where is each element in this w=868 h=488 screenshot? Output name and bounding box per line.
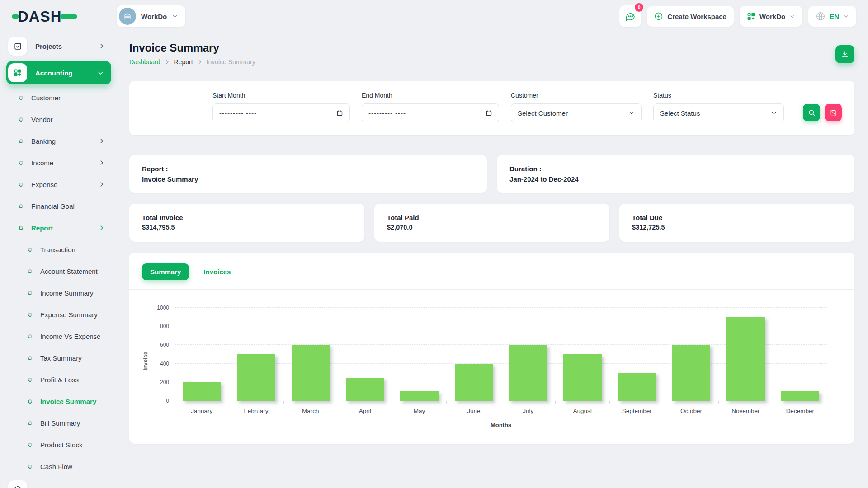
sidebar-item-hrm[interactable]: HRM — [6, 477, 111, 488]
bullet-icon — [28, 378, 32, 382]
download-button[interactable] — [835, 45, 854, 63]
start-month-input[interactable]: --------- ---- — [212, 103, 350, 122]
total-due-value: $312,725.5 — [632, 224, 842, 231]
plus-circle-icon — [654, 12, 663, 21]
bar-september[interactable] — [618, 373, 656, 401]
bar-july[interactable] — [509, 345, 547, 401]
tab-invoices[interactable]: Invoices — [195, 263, 239, 280]
create-workspace-button[interactable]: Create Workspace — [647, 6, 734, 27]
sidebar-item-profit-loss[interactable]: Profit & Loss — [6, 369, 111, 390]
sidebar-item-expense-summary[interactable]: Expense Summary — [6, 304, 111, 325]
bar-april[interactable] — [346, 378, 384, 401]
chevron-right-icon — [99, 43, 105, 49]
y-tick-label: 1000 — [147, 305, 169, 311]
x-axis-ticks — [175, 401, 827, 404]
sidebar-item-label: Banking — [31, 137, 56, 145]
bullet-icon — [19, 183, 23, 187]
bar-slot — [175, 308, 229, 401]
bar-february[interactable] — [237, 354, 275, 401]
bar-december[interactable] — [781, 391, 819, 401]
breadcrumb-separator-icon — [165, 59, 170, 65]
sidebar-item-financial-goal[interactable]: Financial Goal — [6, 195, 111, 217]
sidebar-item-label: Expense — [31, 181, 57, 188]
duration-info-label: Duration : — [509, 165, 842, 173]
bar-november[interactable] — [726, 317, 764, 401]
grid-plus-icon — [747, 12, 755, 21]
bar-may[interactable] — [400, 391, 438, 401]
sidebar-item-bill-summary[interactable]: Bill Summary — [6, 412, 111, 434]
sidebar-item-tax-summary[interactable]: Tax Summary — [6, 347, 111, 369]
x-tick — [719, 401, 773, 404]
sidebar-item-label: Financial Goal — [31, 202, 75, 210]
sidebar-item-vendor[interactable]: Vendor — [6, 108, 111, 130]
workspace-avatar — [119, 8, 136, 25]
messages-badge: 0 — [635, 3, 643, 12]
total-invoice-card: Total Invoice $314,795.5 — [129, 204, 364, 242]
sidebar-item-accounting[interactable]: Accounting — [6, 61, 111, 84]
summary-chart-card: Summary Invoices Invoice 020040060080010… — [129, 253, 854, 444]
sidebar-item-cash-flow[interactable]: Cash Flow — [6, 455, 111, 477]
clear-filter-icon — [830, 109, 837, 116]
chevron-down-icon — [628, 110, 635, 116]
x-tick-label: February — [229, 408, 283, 414]
x-tick — [610, 401, 664, 404]
sidebar-item-income[interactable]: Income — [6, 152, 111, 174]
sidebar-item-customer[interactable]: Customer — [6, 87, 111, 108]
bar-march[interactable] — [292, 345, 330, 401]
tab-summary[interactable]: Summary — [142, 263, 189, 280]
bar-june[interactable] — [455, 364, 493, 401]
bullet-icon — [28, 248, 32, 252]
sidebar-item-label: Tax Summary — [40, 354, 82, 362]
topbar: DASH WorkDo 0 Create Workspace — [0, 0, 868, 33]
sidebar-item-product-stock[interactable]: Product Stock — [6, 434, 111, 455]
status-select-value: Select Status — [660, 109, 700, 117]
sidebar-item-transaction[interactable]: Transaction — [6, 239, 111, 260]
duration-info-value: Jan-2024 to Dec-2024 — [509, 175, 842, 183]
sidebar-item-expense[interactable]: Expense — [6, 174, 111, 195]
sidebar-item-income-summary[interactable]: Income Summary — [6, 282, 111, 304]
sidebar-item-label: Invoice Summary — [40, 398, 96, 405]
sidebar-item-label: Report — [31, 224, 53, 232]
sidebar-item-report[interactable]: Report — [6, 217, 111, 239]
duration-info-card: Duration : Jan-2024 to Dec-2024 — [497, 155, 854, 193]
y-tick-label: 400 — [147, 361, 169, 367]
bar-slot — [773, 308, 827, 401]
bar-august[interactable] — [563, 354, 601, 401]
x-tick-label: June — [447, 408, 501, 414]
reset-filter-button[interactable] — [825, 104, 842, 121]
language-button[interactable]: EN — [808, 6, 856, 27]
apply-filter-button[interactable] — [803, 104, 820, 121]
messages-button[interactable]: 0 — [619, 5, 641, 27]
y-tick-label: 200 — [147, 379, 169, 385]
breadcrumb-dashboard[interactable]: Dashboard — [129, 58, 160, 66]
bullet-icon — [28, 421, 32, 425]
sidebar-item-label: Profit & Loss — [40, 376, 79, 384]
bar-series — [175, 308, 827, 401]
sidebar-item-projects[interactable]: Projects — [6, 33, 111, 59]
building-icon — [123, 12, 132, 21]
end-month-label: End Month — [362, 92, 499, 99]
x-tick-label: November — [718, 408, 773, 414]
chevron-right-icon — [99, 225, 105, 231]
bar-january[interactable] — [183, 382, 221, 401]
workspace-switcher[interactable]: WorkDo — [117, 5, 185, 27]
sidebar-item-label: Account Statement — [40, 267, 98, 275]
customer-select[interactable]: Select Customer — [511, 103, 642, 122]
y-tick-label: 600 — [147, 342, 169, 348]
bar-slot — [718, 308, 773, 401]
sidebar-item-label: Accounting — [35, 69, 73, 77]
bar-slot — [555, 308, 609, 401]
bar-october[interactable] — [672, 345, 710, 401]
status-select[interactable]: Select Status — [653, 103, 784, 122]
end-month-input[interactable]: --------- ---- — [362, 103, 499, 122]
workdo-menu-button[interactable]: WorkDo — [740, 6, 802, 27]
sidebar-item-account-statement[interactable]: Account Statement — [6, 260, 111, 282]
sidebar-item-label: Cash Flow — [40, 463, 72, 470]
breadcrumb-invoice-summary: Invoice Summary — [207, 58, 255, 66]
sidebar-item-income-vs-expense[interactable]: Income Vs Expense — [6, 325, 111, 347]
x-tick-label: December — [773, 408, 827, 414]
sidebar-item-banking[interactable]: Banking — [6, 130, 111, 152]
bar-slot — [229, 308, 283, 401]
sidebar-item-invoice-summary[interactable]: Invoice Summary — [6, 390, 111, 412]
people-icon — [8, 480, 27, 488]
